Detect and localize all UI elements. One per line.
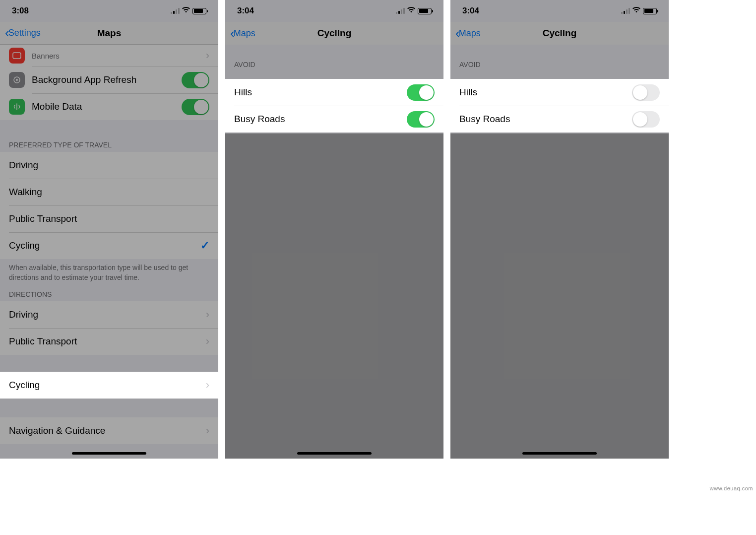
nav-back-button[interactable]: ‹ Settings	[0, 25, 41, 41]
wifi-icon	[182, 6, 190, 16]
wifi-icon	[407, 6, 416, 16]
status-time: 3:08	[12, 6, 29, 16]
banners-icon	[9, 48, 25, 64]
nav-bar: ‹ Maps Cycling	[225, 22, 443, 45]
row-label: Navigation & Guidance	[9, 425, 105, 436]
row-background-app-refresh[interactable]: Background App Refresh	[0, 67, 218, 93]
row-label: Public Transport	[9, 336, 77, 347]
screen-cycling-avoid-off: 3:04 ‹ Maps Cycling AVOID Hills	[450, 0, 669, 459]
row-label: Driving	[9, 309, 38, 320]
toggle-bg-refresh[interactable]	[182, 72, 209, 88]
row-directions-driving[interactable]: Driving ›	[0, 301, 218, 328]
section-header-avoid: AVOID	[225, 57, 443, 71]
wifi-icon	[632, 6, 641, 16]
svg-point-2	[16, 79, 18, 81]
chevron-right-icon: ›	[206, 49, 209, 62]
chevron-right-icon: ›	[206, 424, 209, 437]
nav-title: Cycling	[450, 28, 669, 39]
chevron-right-icon: ›	[206, 379, 209, 392]
row-label: Cycling	[9, 380, 40, 391]
row-bg-refresh-label: Background App Refresh	[32, 74, 136, 85]
nav-back-label: Settings	[8, 28, 41, 38]
battery-icon	[643, 8, 657, 14]
row-directions-public-transport[interactable]: Public Transport ›	[0, 328, 218, 355]
row-directions-cycling[interactable]: Cycling ›	[0, 372, 218, 399]
row-avoid-busy-roads[interactable]: Busy Roads	[225, 106, 443, 133]
toggle-avoid-hills[interactable]	[407, 84, 435, 101]
row-label: Cycling	[9, 240, 40, 251]
svg-rect-0	[13, 53, 21, 59]
chevron-right-icon: ›	[206, 308, 209, 321]
status-bar: 3:04	[225, 0, 443, 22]
battery-icon	[192, 8, 206, 14]
home-indicator	[297, 452, 372, 455]
row-label: Public Transport	[9, 213, 77, 224]
toggle-avoid-hills[interactable]	[632, 84, 660, 101]
toggle-mobile-data[interactable]	[182, 99, 209, 115]
row-label: Driving	[9, 160, 38, 171]
battery-icon	[418, 8, 432, 14]
nav-back-button[interactable]: ‹ Maps	[225, 26, 255, 41]
nav-back-button[interactable]: ‹ Maps	[450, 26, 481, 41]
chevron-right-icon: ›	[206, 335, 209, 348]
row-avoid-hills[interactable]: Hills	[225, 79, 443, 106]
row-mobile-data[interactable]: Mobile Data	[0, 93, 218, 120]
checkmark-icon: ✓	[200, 239, 209, 252]
section-header-avoid: AVOID	[450, 57, 669, 71]
status-time: 3:04	[462, 6, 479, 16]
gear-icon	[9, 72, 25, 88]
section-header-directions: DIRECTIONS	[0, 286, 218, 301]
signal-icon	[171, 8, 180, 14]
row-preferred-cycling[interactable]: Cycling ✓	[0, 232, 218, 259]
highlight-avoid: Hills Busy Roads	[450, 79, 669, 133]
antenna-icon	[9, 99, 25, 115]
status-time: 3:04	[237, 6, 254, 16]
nav-back-label: Maps	[459, 28, 481, 39]
nav-bar: ‹ Maps Cycling	[450, 22, 669, 45]
screen-cycling-avoid-on: 3:04 ‹ Maps Cycling AVOID Hills	[225, 0, 443, 459]
row-label: Hills	[234, 87, 252, 98]
highlight-avoid: Hills Busy Roads	[225, 79, 443, 133]
home-indicator	[72, 452, 146, 455]
row-banners-label: Banners	[32, 52, 60, 60]
home-indicator	[522, 452, 597, 455]
status-bar: 3:08	[0, 0, 218, 22]
row-label: Busy Roads	[234, 114, 285, 125]
row-avoid-busy-roads[interactable]: Busy Roads	[450, 106, 669, 133]
row-mobile-data-label: Mobile Data	[32, 101, 82, 112]
toggle-avoid-busy-roads[interactable]	[407, 111, 435, 128]
row-preferred-walking[interactable]: Walking	[0, 179, 218, 205]
row-label: Busy Roads	[459, 114, 510, 125]
signal-icon	[396, 8, 405, 14]
row-navigation-guidance[interactable]: Navigation & Guidance ›	[0, 417, 218, 444]
section-header-preferred: PREFERRED TYPE OF TRAVEL	[0, 137, 218, 152]
nav-title: Cycling	[225, 28, 443, 39]
nav-back-label: Maps	[234, 28, 255, 39]
toggle-avoid-busy-roads[interactable]	[632, 111, 660, 128]
row-label: Hills	[459, 87, 477, 98]
row-preferred-driving[interactable]: Driving	[0, 152, 218, 179]
section-footer-preferred: When available, this transportation type…	[0, 259, 218, 286]
highlight-directions-cycling: Cycling ›	[0, 372, 218, 399]
watermark: www.deuaq.com	[710, 485, 753, 491]
row-label: Walking	[9, 187, 42, 198]
row-preferred-public-transport[interactable]: Public Transport	[0, 205, 218, 232]
screen-maps-settings: 3:08 ‹ Settings Maps	[0, 0, 218, 459]
row-banners[interactable]: Banners ›	[0, 45, 218, 67]
signal-icon	[621, 8, 630, 14]
nav-bar: ‹ Settings Maps	[0, 22, 218, 45]
row-avoid-hills[interactable]: Hills	[450, 79, 669, 106]
status-bar: 3:04	[450, 0, 669, 22]
